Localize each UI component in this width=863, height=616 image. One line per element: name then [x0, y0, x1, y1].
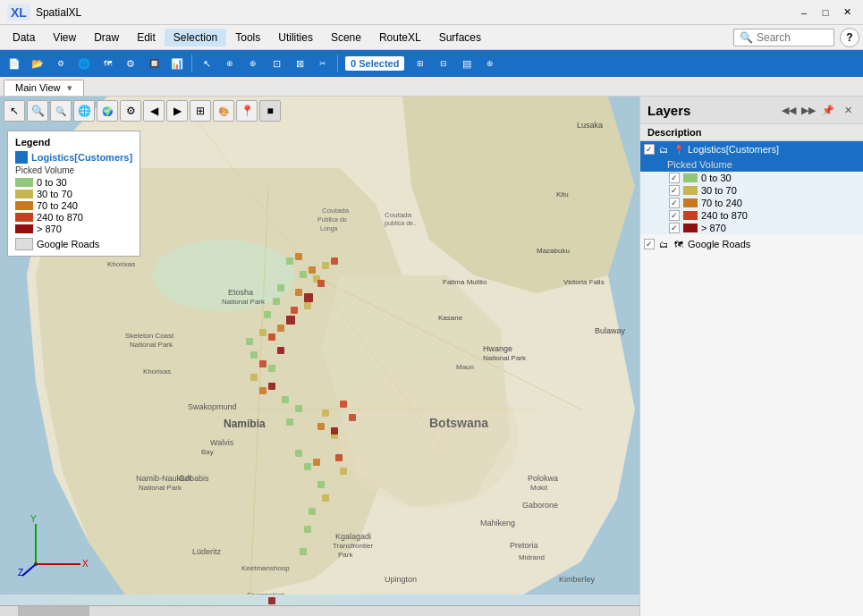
- layer-roads-checkbox[interactable]: [644, 239, 655, 249]
- selected-badge: 0 Selected: [345, 56, 404, 71]
- layers-forward-btn[interactable]: ▶▶: [800, 102, 816, 118]
- map-grid[interactable]: ⊞: [190, 100, 211, 122]
- layer-logistics[interactable]: 🗂 📍 Logistics[Customers]: [640, 141, 863, 157]
- svg-text:Maun: Maun: [456, 363, 474, 371]
- axes-svg: Y X Z: [18, 515, 89, 578]
- legend-color-0: [15, 178, 33, 187]
- map-cursor-tool[interactable]: ↖: [4, 100, 25, 122]
- tb-new[interactable]: 📄: [4, 53, 25, 74]
- tb-icon17[interactable]: ▤: [456, 53, 478, 74]
- tb-icon10[interactable]: ⊕: [219, 53, 241, 74]
- layers-sub-2-check[interactable]: [669, 198, 680, 208]
- layers-close-btn[interactable]: ✕: [840, 102, 856, 118]
- marker-green: [300, 271, 307, 278]
- layers-back-btn[interactable]: ◀◀: [781, 102, 797, 118]
- layers-title: Layers: [647, 103, 690, 118]
- marker-darkred: [277, 347, 284, 354]
- menu-view[interactable]: View: [44, 29, 85, 46]
- menu-selection[interactable]: Selection: [165, 29, 226, 46]
- map-scrollbar[interactable]: [0, 605, 639, 616]
- marker-orange: [259, 387, 267, 394]
- tb-icon12[interactable]: ⊡: [266, 53, 287, 74]
- svg-text:Polokwa: Polokwa: [528, 474, 558, 483]
- search-input[interactable]: [757, 31, 828, 44]
- menu-scene[interactable]: Scene: [322, 29, 370, 46]
- svg-text:Kimberley: Kimberley: [559, 575, 596, 584]
- layer-logistics-icon2: 📍: [673, 143, 685, 156]
- map-area[interactable]: Lusaka Kitu Mazabuku Victoria Falls Bula…: [0, 97, 639, 616]
- search-box[interactable]: 🔍: [733, 29, 834, 46]
- menu-tools[interactable]: Tools: [226, 29, 269, 46]
- maximize-button[interactable]: □: [816, 4, 834, 21]
- close-button[interactable]: ✕: [838, 4, 856, 21]
- layers-content[interactable]: 🗂 📍 Logistics[Customers] Picked Volume 0…: [640, 141, 863, 616]
- menu-data[interactable]: Data: [4, 29, 44, 46]
- layer-logistics-icon1: 🗂: [657, 143, 670, 156]
- map-left[interactable]: ◀: [143, 100, 165, 122]
- marker-green: [268, 365, 275, 372]
- tb-icon7[interactable]: 🔲: [143, 53, 165, 74]
- svg-text:Khorixas: Khorixas: [107, 260, 135, 268]
- svg-text:Botswana: Botswana: [429, 416, 488, 430]
- layers-sub-3-check[interactable]: [669, 210, 680, 221]
- tb-icon3[interactable]: ⚙: [50, 53, 72, 74]
- layers-col-header: Description: [640, 124, 863, 141]
- tb-icon13[interactable]: ⊠: [289, 53, 310, 74]
- tb-icon8[interactable]: 📊: [166, 53, 188, 74]
- marker-green: [273, 298, 280, 305]
- tb-icon5[interactable]: 🗺: [97, 53, 118, 74]
- minimize-button[interactable]: –: [795, 4, 813, 21]
- main-view-tab[interactable]: Main View ▾: [4, 80, 84, 96]
- map-gear[interactable]: ⚙: [120, 100, 141, 122]
- scrollbar-thumb[interactable]: [18, 606, 89, 616]
- tb-icon16[interactable]: ⊟: [433, 53, 454, 74]
- layers-header: Layers ◀◀ ▶▶ 📌 ✕: [640, 97, 863, 124]
- marker-green: [295, 405, 302, 412]
- tb-icon15[interactable]: ⊞: [410, 53, 431, 74]
- menu-draw[interactable]: Draw: [85, 29, 128, 46]
- menu-utilities[interactable]: Utilities: [269, 29, 322, 46]
- map-globe2[interactable]: 🌍: [97, 100, 118, 122]
- app-icon: XL: [7, 4, 30, 21]
- map-paint[interactable]: 🎨: [213, 100, 234, 122]
- menu-edit[interactable]: Edit: [128, 29, 165, 46]
- layers-sub-1-check[interactable]: [669, 185, 680, 196]
- map-zoom-out[interactable]: 🔍: [50, 100, 72, 122]
- layers-sub-0-check[interactable]: [669, 173, 680, 183]
- layer-logistics-checkbox[interactable]: [644, 144, 655, 155]
- tab-close[interactable]: ▾: [67, 82, 72, 93]
- svg-text:Transfrontier: Transfrontier: [333, 542, 373, 550]
- map-right[interactable]: ▶: [166, 100, 188, 122]
- marker-darkred: [331, 427, 338, 435]
- tb-icon11[interactable]: ⊕: [242, 53, 264, 74]
- tb-cursor[interactable]: ↖: [196, 53, 217, 74]
- legend-label-1: 30 to 70: [37, 189, 72, 199]
- layers-sub-4-check[interactable]: [669, 223, 680, 233]
- titlebar-controls: – □ ✕: [795, 4, 856, 21]
- svg-text:Keetmanshoop: Keetmanshoop: [241, 564, 290, 572]
- titlebar: XL SpatialXL – □ ✕: [0, 0, 863, 25]
- layer-roads-icon2: 🗺: [673, 238, 685, 250]
- layers-pin-btn[interactable]: 📌: [820, 102, 836, 118]
- menu-routexl[interactable]: RouteXL: [370, 29, 430, 46]
- map-pin[interactable]: 📍: [236, 100, 258, 122]
- help-button[interactable]: ?: [840, 28, 859, 47]
- tb-icon14[interactable]: ✂: [312, 53, 334, 74]
- tb-sep2: [337, 55, 338, 72]
- layer-roads[interactable]: 🗂 🗺 Google Roads: [640, 236, 863, 252]
- marker-green: [277, 284, 284, 291]
- tb-icon4[interactable]: 🌐: [73, 53, 95, 74]
- marker-orange: [295, 289, 302, 296]
- map-stop[interactable]: ■: [259, 100, 281, 122]
- axes-indicator: Y X Z: [18, 515, 89, 580]
- tb-icon6[interactable]: ⚙: [120, 53, 141, 74]
- map-globe[interactable]: 🌐: [73, 100, 95, 122]
- tb-open[interactable]: 📂: [27, 53, 48, 74]
- svg-text:Bay: Bay: [201, 448, 214, 456]
- layers-sub-4-label: > 870: [701, 223, 726, 233]
- svg-text:Gaborone: Gaborone: [522, 501, 558, 510]
- map-zoom-in[interactable]: 🔍: [27, 100, 48, 122]
- marker-orange: [277, 325, 284, 332]
- tb-icon18[interactable]: ⊕: [479, 53, 501, 74]
- menu-surfaces[interactable]: Surfaces: [430, 29, 490, 46]
